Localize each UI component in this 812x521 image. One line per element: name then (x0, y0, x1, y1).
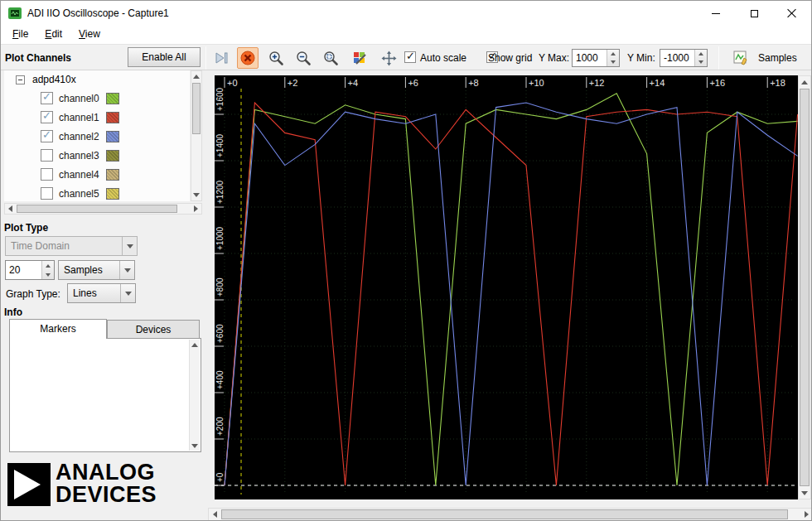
plot-settings-button[interactable] (349, 47, 370, 69)
chevron-down-icon (120, 284, 135, 302)
y-max-spin-arrows[interactable] (607, 50, 619, 66)
y-min-spinbox[interactable]: -1000 (660, 49, 708, 67)
scrollbar-thumb[interactable] (221, 509, 788, 519)
plot-horizontal-scrollbar[interactable] (208, 508, 812, 521)
svg-text:+10: +10 (529, 78, 544, 88)
svg-text:+16: +16 (709, 78, 725, 88)
graph-type-value: Lines (68, 287, 120, 299)
chevron-down-icon (119, 261, 134, 279)
menu-bar: File Edit View (1, 26, 811, 44)
maximize-icon (751, 10, 758, 17)
scroll-up-icon[interactable] (799, 76, 810, 88)
analog-devices-logo-text: ANALOG DEVICES (56, 461, 157, 506)
menu-file[interactable]: File (4, 26, 36, 44)
tree-collapse-icon[interactable] (16, 75, 25, 84)
scroll-right-icon[interactable] (191, 204, 201, 214)
zoom-fit-button[interactable] (320, 47, 341, 69)
channel-label: channel0 (59, 93, 106, 104)
channel-row[interactable]: channel4 (4, 165, 190, 184)
plot-channels-label: Plot Channels (5, 52, 71, 64)
menu-edit[interactable]: Edit (36, 26, 70, 44)
graph-type-label: Graph Type: (6, 288, 60, 300)
scrollbar-thumb[interactable] (192, 83, 201, 134)
toolbar: Plot Channels Enable All (1, 44, 811, 70)
plot-vertical-scrollbar[interactable] (798, 75, 811, 499)
svg-text:+18: +18 (770, 78, 785, 88)
auto-scale-checkbox[interactable] (404, 51, 416, 63)
svg-text:+12: +12 (589, 78, 605, 88)
pan-icon (381, 51, 397, 66)
maximize-button[interactable] (735, 1, 773, 26)
analog-devices-logo-icon (7, 463, 51, 506)
new-plot-button[interactable] (730, 47, 752, 69)
scroll-down-icon[interactable] (191, 190, 201, 200)
close-button[interactable] (773, 1, 811, 26)
channel-checkbox[interactable] (41, 168, 53, 181)
scroll-down-icon[interactable] (190, 441, 200, 451)
menu-view[interactable]: View (70, 26, 109, 44)
scrollbar-thumb[interactable] (800, 89, 810, 486)
channel-color-swatch (106, 188, 119, 200)
svg-text:+1400: +1400 (215, 133, 225, 157)
channel-checkbox[interactable] (41, 92, 53, 104)
channel-row[interactable]: channel3 (4, 146, 190, 165)
capture-stop-button[interactable] (237, 47, 259, 69)
plot-svg[interactable]: +0+2+4+6+8+10+12+14+16+18+0+200+400+600+… (215, 75, 798, 499)
show-grid-label: Show grid (488, 52, 532, 64)
svg-text:+400: +400 (215, 370, 225, 389)
minimize-button[interactable] (697, 1, 735, 26)
channel-checkbox[interactable] (41, 111, 53, 123)
sample-count-spin-arrows[interactable] (41, 261, 54, 279)
oscilloscope-plot[interactable]: +0+2+4+6+8+10+12+14+16+18+0+200+400+600+… (215, 75, 798, 499)
y-max-spinbox[interactable]: 1000 (572, 49, 620, 67)
capture-play-button[interactable] (210, 47, 232, 69)
tab-devices[interactable]: Devices (107, 320, 200, 339)
plot-type-label: Plot Type (4, 222, 48, 234)
tree-device-row[interactable]: adpd410x (4, 70, 190, 89)
sample-count-spinbox[interactable]: 20 (5, 260, 55, 280)
capture-stop-icon (239, 50, 256, 66)
zoom-in-button[interactable] (265, 47, 287, 69)
sample-unit-combo[interactable]: Samples (58, 260, 135, 280)
title-bar: ADI IIO Oscilloscope - Capture1 (1, 1, 811, 26)
scrollbar-thumb[interactable] (17, 205, 177, 213)
info-label: Info (4, 306, 22, 318)
samples-button-label: Samples (758, 52, 797, 64)
enable-all-button[interactable]: Enable All (128, 47, 201, 67)
channel-row[interactable]: channel0 (4, 89, 190, 108)
pan-button[interactable] (378, 47, 399, 69)
zoom-out-button[interactable] (292, 47, 314, 69)
y-min-label: Y Min: (627, 52, 655, 64)
channel-label: channel1 (59, 112, 106, 123)
channel-row[interactable]: channel5 (4, 184, 190, 201)
channel-checkbox[interactable] (41, 130, 53, 142)
svg-text:+800: +800 (215, 277, 225, 297)
capture-play-icon (214, 51, 229, 65)
channel-row[interactable]: channel2 (4, 127, 190, 146)
channel-checkbox[interactable] (41, 149, 53, 162)
channel-label: channel5 (59, 188, 106, 200)
svg-text:+1200: +1200 (215, 180, 225, 204)
scroll-left-icon[interactable] (5, 204, 16, 214)
tab-markers[interactable]: Markers (9, 319, 107, 339)
scroll-down-icon[interactable] (799, 487, 810, 499)
scroll-left-icon[interactable] (209, 509, 220, 520)
zoom-in-icon (268, 51, 284, 66)
y-min-spin-arrows[interactable] (694, 50, 707, 66)
app-window: ADI IIO Oscilloscope - Capture1 File Edi… (0, 0, 812, 521)
plot-type-combo[interactable]: Time Domain (5, 236, 138, 256)
graph-type-combo[interactable]: Lines (67, 283, 136, 303)
markers-panel (9, 338, 201, 452)
plot-settings-icon (352, 51, 368, 66)
toolbar-separator (205, 46, 206, 70)
channel-checkbox[interactable] (41, 187, 53, 200)
scroll-up-icon[interactable] (191, 71, 201, 82)
scroll-up-icon[interactable] (190, 340, 200, 350)
scroll-right-icon[interactable] (800, 509, 812, 520)
y-min-value: -1000 (660, 50, 694, 66)
tree-vertical-scrollbar[interactable] (191, 70, 202, 201)
tree-horizontal-scrollbar[interactable] (4, 203, 202, 215)
info-vertical-scrollbar[interactable] (189, 340, 200, 451)
svg-text:+6: +6 (408, 78, 418, 88)
channel-row[interactable]: channel1 (4, 108, 190, 127)
